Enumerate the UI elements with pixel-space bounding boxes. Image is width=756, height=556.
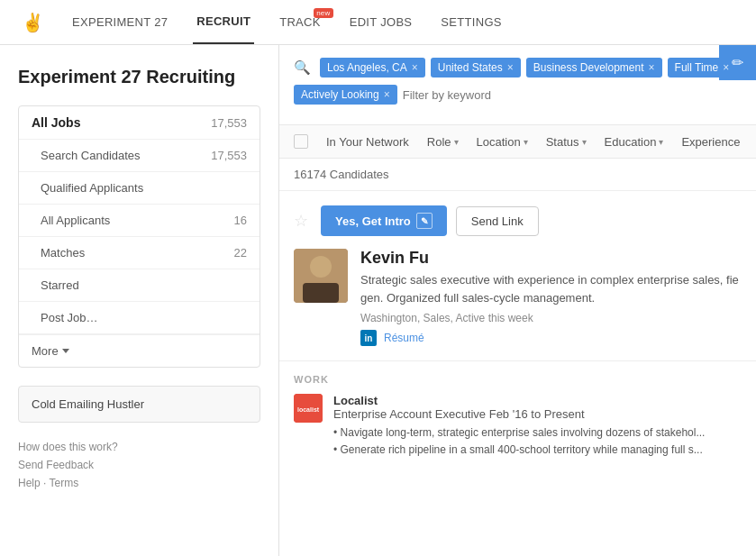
work-bullet-2: • Generate rich pipeline in a small 400-… xyxy=(333,442,742,459)
status-dropdown-icon: ▾ xyxy=(582,137,587,147)
nav-track[interactable]: TRACK new xyxy=(276,1,324,43)
remove-fulltime-tag[interactable]: × xyxy=(723,61,729,74)
sidebar-more-button[interactable]: More xyxy=(19,334,260,367)
top-nav: ✌ EXPERIMENT 27 RECRUIT TRACK new EDIT J… xyxy=(0,0,756,45)
work-entry: localist Localist Enterprise Account Exe… xyxy=(294,394,742,459)
filter-tag-actively-looking[interactable]: Actively Looking × xyxy=(294,85,397,105)
sidebar: Experiment 27 Recruiting All Jobs 17,553… xyxy=(0,45,279,556)
filter-tags-row: 🔍 Los Angeles, CA × United States × Busi… xyxy=(294,58,742,77)
select-all-checkbox[interactable] xyxy=(294,134,308,149)
filter-tags-row-2: Actively Looking × xyxy=(294,85,742,105)
nav-experiment[interactable]: EXPERIMENT 27 xyxy=(68,1,171,43)
candidates-count: 16174 Candidates xyxy=(279,159,756,191)
col-header-role[interactable]: Role ▾ xyxy=(427,135,459,149)
col-header-education[interactable]: Education ▾ xyxy=(605,135,664,149)
svg-rect-2 xyxy=(303,283,339,303)
main-content: ✏ 🔍 Los Angeles, CA × United States × Bu… xyxy=(279,45,756,556)
candidate-description: Strategic sales executive with experienc… xyxy=(360,271,742,306)
sidebar-item-all-applicants[interactable]: All Applicants 16 xyxy=(19,205,260,237)
filter-tag-us[interactable]: United States × xyxy=(431,58,521,77)
svg-point-1 xyxy=(310,256,332,278)
linkedin-badge[interactable]: in xyxy=(360,330,377,346)
sidebar-title: Experiment 27 Recruiting xyxy=(18,67,260,87)
nav-edit-jobs[interactable]: EDIT JOBS xyxy=(346,1,416,43)
remove-la-tag[interactable]: × xyxy=(412,61,418,74)
candidate-name: Kevin Fu xyxy=(360,249,742,268)
help-link[interactable]: Help xyxy=(18,477,41,489)
candidate-card: ☆ Yes, Get Intro ✎ Send Link Ke xyxy=(279,191,756,361)
nav-logo: ✌ xyxy=(18,8,47,37)
candidate-details: Kevin Fu Strategic sales executive with … xyxy=(360,249,742,346)
work-bullet-1: • Navigate long-term, strategic enterpri… xyxy=(333,424,742,442)
sidebar-item-search-candidates[interactable]: Search Candidates 17,553 xyxy=(19,140,260,172)
edit-icon: ✎ xyxy=(416,213,433,229)
nav-recruit[interactable]: RECRUIT xyxy=(193,0,254,44)
work-bullets: • Navigate long-term, strategic enterpri… xyxy=(333,424,742,459)
cold-email-box[interactable]: Cold Emailing Hustler xyxy=(18,386,260,423)
col-header-experience[interactable]: Experience xyxy=(681,135,740,149)
how-does-this-work-link[interactable]: How does this work? xyxy=(18,441,118,453)
sidebar-footer: How does this work? Send Feedback Help ·… xyxy=(18,441,260,489)
filter-tag-bizdev[interactable]: Business Development × xyxy=(526,58,662,77)
work-label: WORK xyxy=(294,374,742,385)
terms-link[interactable]: Terms xyxy=(49,477,78,489)
candidate-avatar xyxy=(294,249,348,303)
sidebar-jobs-box: All Jobs 17,553 Search Candidates 17,553… xyxy=(18,105,260,368)
col-header-status[interactable]: Status ▾ xyxy=(546,135,587,149)
education-dropdown-icon: ▾ xyxy=(659,137,663,147)
remove-actively-looking-tag[interactable]: × xyxy=(384,88,390,101)
svg-text:localist: localist xyxy=(297,406,320,413)
search-icon: 🔍 xyxy=(294,59,311,76)
remove-us-tag[interactable]: × xyxy=(507,61,514,74)
candidate-links: in Résumé xyxy=(360,330,742,346)
new-badge: new xyxy=(314,8,333,18)
candidate-meta: Washington, Sales, Active this week xyxy=(360,312,742,324)
sidebar-item-qualified[interactable]: Qualified Applicants xyxy=(19,172,260,205)
col-header-location[interactable]: Location ▾ xyxy=(477,135,528,149)
keyword-filter-input[interactable] xyxy=(403,88,554,102)
remove-bizdev-tag[interactable]: × xyxy=(649,61,655,74)
sidebar-item-post-job[interactable]: Post Job… xyxy=(19,302,260,334)
chevron-down-icon xyxy=(62,349,69,353)
location-dropdown-icon: ▾ xyxy=(524,137,528,147)
send-feedback-link[interactable]: Send Feedback xyxy=(18,459,94,471)
sidebar-item-starred[interactable]: Starred xyxy=(19,269,260,302)
star-button[interactable]: ☆ xyxy=(294,211,308,231)
candidate-actions: ☆ Yes, Get Intro ✎ Send Link xyxy=(294,205,742,236)
page-container: Experiment 27 Recruiting All Jobs 17,553… xyxy=(0,45,756,556)
work-section: WORK localist Localist Enterprise Accoun… xyxy=(279,361,756,471)
nav-settings[interactable]: SETTINGS xyxy=(437,1,505,43)
sidebar-item-matches[interactable]: Matches 22 xyxy=(19,237,260,269)
role-dropdown-icon: ▾ xyxy=(454,137,459,147)
send-link-button[interactable]: Send Link xyxy=(456,206,539,236)
yes-get-intro-button[interactable]: Yes, Get Intro ✎ xyxy=(321,205,447,236)
resume-link[interactable]: Résumé xyxy=(384,332,424,344)
work-title: Enterprise Account Executive Feb '16 to … xyxy=(333,407,742,421)
work-details: Localist Enterprise Account Executive Fe… xyxy=(333,394,742,459)
column-headers: In Your Network Role ▾ Location ▾ Status… xyxy=(279,125,756,159)
candidate-info: Kevin Fu Strategic sales executive with … xyxy=(294,249,742,346)
sidebar-item-all-jobs[interactable]: All Jobs 17,553 xyxy=(19,106,260,140)
col-header-network[interactable]: In Your Network xyxy=(326,135,409,149)
work-company: Localist xyxy=(333,394,742,407)
filter-tag-la[interactable]: Los Angeles, CA × xyxy=(320,58,425,77)
filter-bar: 🔍 Los Angeles, CA × United States × Busi… xyxy=(279,45,756,125)
company-logo: localist xyxy=(294,394,323,423)
